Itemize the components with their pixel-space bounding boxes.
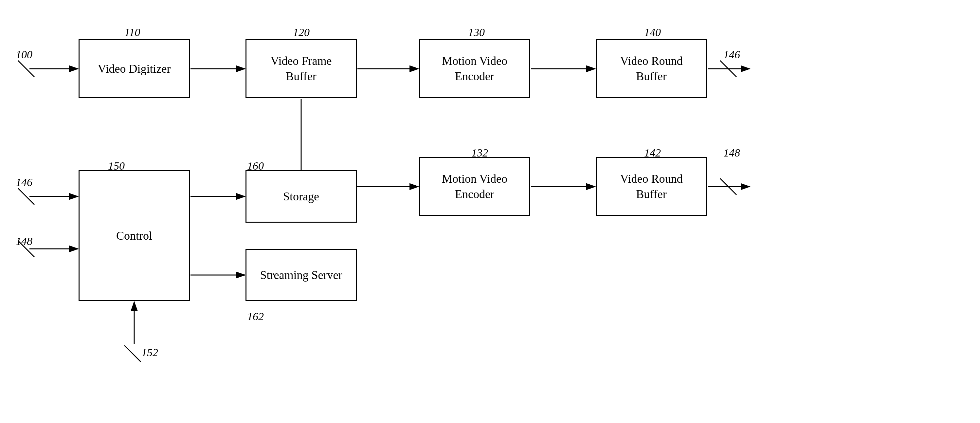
ref-146-left-label: 146 [16,176,32,189]
ref-110-label: 110 [124,26,140,39]
streaming-server-block: Streaming Server [245,249,357,301]
motion-video-encoder-1-block: Motion VideoEncoder [419,39,530,98]
ref-160-label: 160 [247,160,264,172]
ref-140-label: 140 [644,26,661,39]
ref-148-top-label: 148 [723,147,740,159]
svg-line-21 [124,345,141,362]
video-round-buffer-2-block: Video RoundBuffer [596,157,707,216]
ref-148-left-label: 148 [16,235,32,248]
ref-152-label: 152 [142,347,158,359]
ref-130-label: 130 [468,26,485,39]
ref-142-label: 142 [644,147,661,159]
storage-block: Storage [245,170,357,223]
ref-120-label: 120 [293,26,310,39]
ref-150-label: 150 [108,160,125,172]
ref-100-label: 100 [16,48,32,61]
ref-132-label: 132 [471,147,488,159]
ref-162-label: 162 [247,310,264,323]
control-block: Control [78,170,190,301]
diagram-container: Video Digitizer Video FrameBuffer Motion… [0,0,980,423]
video-digitizer-block: Video Digitizer [78,39,190,98]
ref-146-top-label: 146 [723,48,740,61]
motion-video-encoder-2-block: Motion VideoEncoder [419,157,530,216]
video-frame-buffer-block: Video FrameBuffer [245,39,357,98]
video-round-buffer-1-block: Video RoundBuffer [596,39,707,98]
